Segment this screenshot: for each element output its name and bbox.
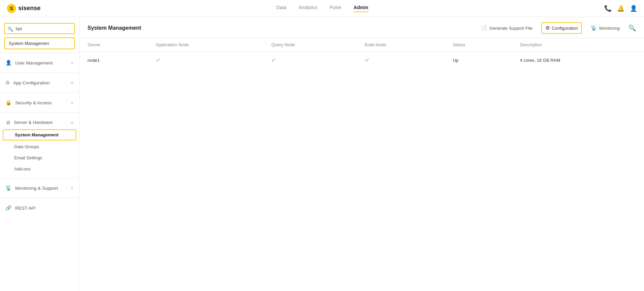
sidebar-subitem-email-settings[interactable]: Email Settings (0, 152, 79, 163)
sidebar-divider-6 (0, 198, 79, 198)
user-avatar-icon[interactable]: 👤 (630, 5, 637, 12)
application-node-check-icon: ✔ (156, 57, 161, 63)
cell-application-node: ✔ (148, 52, 263, 69)
search-icon: 🔍 (7, 26, 13, 32)
configuration-label: Configuration (552, 26, 578, 31)
col-application-node: Application Node (148, 38, 263, 52)
cell-status: Up (445, 52, 512, 69)
search-suggestion-item[interactable]: System Managemen (4, 37, 75, 49)
configuration-icon: ⚙ (545, 25, 550, 31)
sisense-logo-icon: S (7, 4, 16, 13)
col-query-node: Query Node (263, 38, 356, 52)
chevron-icon-monitoring-support: ∨ (71, 186, 74, 190)
sidebar-divider-5 (0, 178, 79, 178)
nav-analytics[interactable]: Analytics (299, 5, 317, 12)
sidebar-label-rest-api: REST API (15, 206, 74, 211)
cell-server: node1 (79, 52, 148, 69)
sidebar-label-app-configuration: App Configuration (13, 80, 67, 85)
main-content: System Management 📄 Generate Support Fil… (79, 17, 644, 291)
monitoring-label: Monitoring (599, 26, 620, 31)
nav-data[interactable]: Data (276, 5, 286, 12)
cell-description: 4 cores, 16 GB RAM (512, 52, 644, 69)
table-area: Server Application Node Query Node Build… (79, 38, 644, 291)
security-icon: 🔒 (5, 100, 12, 106)
chevron-icon-user-management: ∨ (71, 60, 74, 65)
generate-support-file-icon: 📄 (481, 25, 487, 31)
nav-admin[interactable]: Admin (354, 5, 368, 12)
table-row: node1 ✔ ✔ ✔ Up 4 cores, 16 GB RAM (79, 52, 644, 69)
monitoring-button[interactable]: 📡 Monitoring (587, 23, 623, 33)
sidebar-item-security-access[interactable]: 🔒 Security & Access ∨ (0, 96, 79, 109)
sidebar-label-server-hardware: Server & Hardware (14, 120, 67, 125)
col-build-node: Build Node (357, 38, 445, 52)
content-header: System Management 📄 Generate Support Fil… (79, 17, 644, 38)
logo-text: sisense (18, 5, 41, 12)
sidebar-label-security-access: Security & Access (15, 100, 67, 105)
query-node-check-icon: ✔ (271, 57, 276, 63)
nav-links: Data Analytics Pulse Admin (276, 5, 368, 12)
table-header-row: Server Application Node Query Node Build… (79, 38, 644, 52)
sidebar-divider-2 (0, 73, 79, 73)
sidebar-item-user-management[interactable]: 👤 User Management ∨ (0, 56, 79, 69)
sidebar-item-app-configuration[interactable]: ⚙ App Configuration ∨ (0, 76, 79, 89)
sidebar-subitem-data-groups[interactable]: Data Groups (0, 141, 79, 152)
monitoring-icon: 📡 (591, 25, 597, 31)
sidebar-divider-1 (0, 53, 79, 53)
chevron-icon-server-hardware: ∧ (71, 120, 74, 125)
table-search-button[interactable]: 🔍 (628, 24, 636, 32)
layout: 🔍 System Managemen 👤 User Management ∨ ⚙… (0, 17, 644, 291)
server-hardware-icon: 🖥 (5, 120, 10, 125)
generate-support-file-button[interactable]: 📄 Generate Support File (478, 23, 536, 33)
rest-api-icon: 🔗 (5, 205, 12, 211)
col-server: Server (79, 38, 148, 52)
search-wrapper: 🔍 (0, 20, 79, 37)
system-management-table: Server Application Node Query Node Build… (79, 38, 644, 69)
chevron-icon-app-config: ∨ (71, 80, 74, 85)
nav-pulse[interactable]: Pulse (330, 5, 341, 12)
header-actions: 📄 Generate Support File ⚙ Configuration … (478, 22, 636, 34)
sidebar-label-monitoring-support: Monitoring & Support (15, 186, 67, 191)
logo[interactable]: S sisense (7, 4, 41, 13)
build-node-check-icon: ✔ (365, 57, 370, 63)
sidebar: 🔍 System Managemen 👤 User Management ∨ ⚙… (0, 17, 79, 291)
cell-query-node: ✔ (263, 52, 356, 69)
app-config-icon: ⚙ (5, 80, 10, 86)
sidebar-divider-3 (0, 92, 79, 93)
col-status: Status (445, 38, 512, 52)
sidebar-label-user-management: User Management (15, 60, 67, 65)
sidebar-item-server-hardware[interactable]: 🖥 Server & Hardware ∧ (0, 116, 79, 129)
nav-right: 📞 🔔 👤 (604, 5, 637, 12)
page-title: System Management (87, 25, 141, 31)
sidebar-item-monitoring-support[interactable]: 📡 Monitoring & Support ∨ (0, 182, 79, 194)
cell-build-node: ✔ (357, 52, 445, 69)
notifications-icon[interactable]: 🔔 (617, 5, 624, 12)
support-icon[interactable]: 📞 (604, 5, 612, 12)
generate-support-file-label: Generate Support File (489, 26, 533, 31)
col-description: Description (512, 38, 644, 52)
chevron-icon-security: ∨ (71, 100, 74, 105)
monitoring-support-icon: 📡 (5, 185, 12, 191)
user-management-icon: 👤 (5, 60, 12, 66)
sidebar-subitem-add-ons[interactable]: Add-ons (0, 163, 79, 175)
configuration-button[interactable]: ⚙ Configuration (541, 22, 582, 34)
search-input[interactable] (4, 23, 75, 34)
sidebar-item-rest-api[interactable]: 🔗 REST API (0, 202, 79, 214)
svg-text:S: S (10, 6, 13, 11)
top-nav: S sisense Data Analytics Pulse Admin 📞 🔔… (0, 0, 644, 17)
sidebar-divider-4 (0, 112, 79, 113)
sidebar-subitem-system-management[interactable]: System Management (3, 129, 76, 140)
